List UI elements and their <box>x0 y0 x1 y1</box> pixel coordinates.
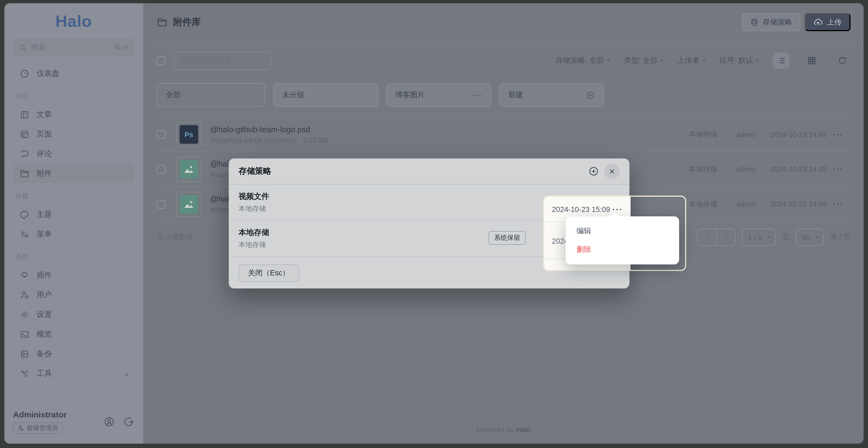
refresh-icon[interactable] <box>834 53 850 69</box>
image-thumbnail <box>180 195 198 213</box>
page-select[interactable]: 1 / 1 ▾ <box>742 228 776 246</box>
search-placeholder: 搜索 <box>31 42 46 53</box>
page-size-select[interactable]: 60 ▾ <box>796 228 824 246</box>
sidebar-item-plug[interactable]: 插件 <box>13 266 134 285</box>
list-view-icon[interactable] <box>773 53 789 69</box>
sidebar-item-pages[interactable]: 页面 <box>13 125 134 144</box>
page-title: 附件库 <box>173 16 201 28</box>
user-gear-icon <box>20 290 29 300</box>
sidebar-item-terminal[interactable]: 概览 <box>13 325 134 344</box>
palette-icon <box>20 210 29 220</box>
add-group-icon[interactable] <box>586 90 595 100</box>
database-icon <box>750 18 758 26</box>
halo-logo: Halo <box>4 12 143 31</box>
modal-header: 存储策略 <box>229 158 629 185</box>
row-checkbox[interactable] <box>157 165 165 174</box>
nav-section-label: 外观 <box>15 192 132 201</box>
sidebar-item-tools[interactable]: 工具› <box>13 364 134 383</box>
row-checkbox[interactable] <box>157 130 165 139</box>
group-more-icon[interactable]: ··· <box>473 91 482 99</box>
row-more-icon[interactable]: ··· <box>827 130 850 139</box>
caret-down-icon: ▾ <box>756 58 759 63</box>
upload-button[interactable]: 上传 <box>805 13 850 31</box>
sidebar: Halo 搜索 ⌘+K 仪表盘内容文章页面评论附件外观主题菜单系统插件用户设置概… <box>4 3 144 444</box>
sidebar-item-label: 仪表盘 <box>37 69 60 79</box>
file-mime: image <box>210 171 229 179</box>
system-reserved-badge: 系统保留 <box>489 231 526 245</box>
file-storage: 本地存储 <box>678 129 717 139</box>
actions-dropdown: 编辑 删除 <box>565 216 679 264</box>
sidebar-item-menu-gear[interactable]: 菜单 <box>13 225 134 244</box>
profile-icon[interactable] <box>104 416 115 427</box>
archive-icon <box>20 349 29 359</box>
sidebar-user: Administrator 超级管理员 <box>4 403 143 444</box>
file-size: 2.23 MB <box>303 136 329 144</box>
image-thumbnail <box>180 160 198 178</box>
storage-policy-button[interactable]: 存储策略 <box>742 13 800 31</box>
edit-menu-item[interactable]: 编辑 <box>565 222 679 240</box>
posts-icon <box>20 110 29 120</box>
grid-view-icon[interactable] <box>804 53 820 69</box>
caret-down-icon: ▾ <box>703 58 705 63</box>
chevron-right-icon: › <box>125 369 128 378</box>
footer: Powered by Halo <box>157 418 850 444</box>
sidebar-item-label: 设置 <box>37 310 52 320</box>
global-search-input[interactable]: 搜索 ⌘+K <box>13 38 134 57</box>
caret-down-icon: ▾ <box>661 58 663 63</box>
cloud-upload-icon <box>813 18 823 27</box>
sidebar-item-user-gear[interactable]: 用户 <box>13 286 134 304</box>
page-unit-label: 页 <box>782 232 789 242</box>
close-icon[interactable] <box>604 163 620 179</box>
add-policy-icon[interactable] <box>588 166 599 176</box>
upload-label: 上传 <box>827 17 842 27</box>
file-row[interactable]: Ps@halo-github-team-logo.psdimage/vnd.ad… <box>157 117 850 152</box>
search-shortcut: ⌘+K <box>114 44 129 51</box>
sidebar-item-comments[interactable]: 评论 <box>13 145 134 163</box>
prev-page-button[interactable]: ‹ <box>698 229 716 245</box>
gear-icon <box>20 310 29 320</box>
row-more-icon[interactable]: ··· <box>827 165 850 173</box>
sidebar-item-palette[interactable]: 主题 <box>13 205 134 224</box>
filter-dropdown-2[interactable]: 上传者▾ <box>678 56 705 65</box>
select-all-checkbox[interactable] <box>157 56 165 65</box>
file-uploader: admin <box>717 165 755 173</box>
keyword-search-input[interactable]: 输入关键词搜索 <box>174 52 271 70</box>
next-page-button[interactable]: › <box>716 229 735 245</box>
group-tab-0[interactable]: 全部 <box>157 83 265 107</box>
group-tab-3[interactable]: 新建 <box>499 83 604 107</box>
row-more-icon[interactable]: ··· <box>827 200 850 208</box>
sidebar-item-gauge[interactable]: 仪表盘 <box>13 64 134 83</box>
filter-label: 上传者 <box>678 56 700 65</box>
modal-close-button[interactable]: 关闭（Esc） <box>239 264 299 282</box>
group-tab-label: 新建 <box>508 90 523 100</box>
halo-footer-link[interactable]: Halo <box>516 426 531 434</box>
filter-dropdown-1[interactable]: 类型: 全部▾ <box>624 56 663 65</box>
file-name: @hal <box>210 159 229 168</box>
search-icon <box>19 43 27 52</box>
powered-by-label: Powered by <box>476 426 516 434</box>
filter-dropdown-0[interactable]: 存储策略: 全部▾ <box>556 56 610 65</box>
caret-down-icon: ▾ <box>607 58 610 63</box>
psd-thumbnail: Ps <box>180 125 198 144</box>
delete-menu-item[interactable]: 删除 <box>565 240 679 259</box>
screen: Halo 搜索 ⌘+K 仪表盘内容文章页面评论附件外观主题菜单系统插件用户设置概… <box>0 0 868 448</box>
comments-icon <box>20 149 29 159</box>
tools-icon <box>20 369 29 379</box>
row-checkbox[interactable] <box>157 200 165 208</box>
file-time: 2024-10-23 14:49 <box>755 165 827 173</box>
sidebar-item-gear[interactable]: 设置 <box>13 305 134 324</box>
logout-icon[interactable] <box>123 416 134 427</box>
filter-label: 类型: 全部 <box>624 56 657 65</box>
file-mime: image <box>210 206 229 214</box>
group-tab-1[interactable]: 未分组 <box>273 83 378 107</box>
group-tabs: 全部未分组博客图片···新建 <box>157 83 850 107</box>
sidebar-item-folder[interactable]: 附件 <box>13 165 134 183</box>
group-tab-2[interactable]: 博客图片··· <box>386 83 491 107</box>
sidebar-item-label: 用户 <box>37 290 52 300</box>
sidebar-nav: 仪表盘内容文章页面评论附件外观主题菜单系统插件用户设置概览备份工具› <box>4 57 143 403</box>
terminal-icon <box>20 329 29 339</box>
sidebar-item-archive[interactable]: 备份 <box>13 345 134 363</box>
sidebar-item-label: 文章 <box>37 110 52 120</box>
filter-dropdown-3[interactable]: 排序: 默认▾ <box>719 56 759 65</box>
sidebar-item-posts[interactable]: 文章 <box>13 106 134 124</box>
